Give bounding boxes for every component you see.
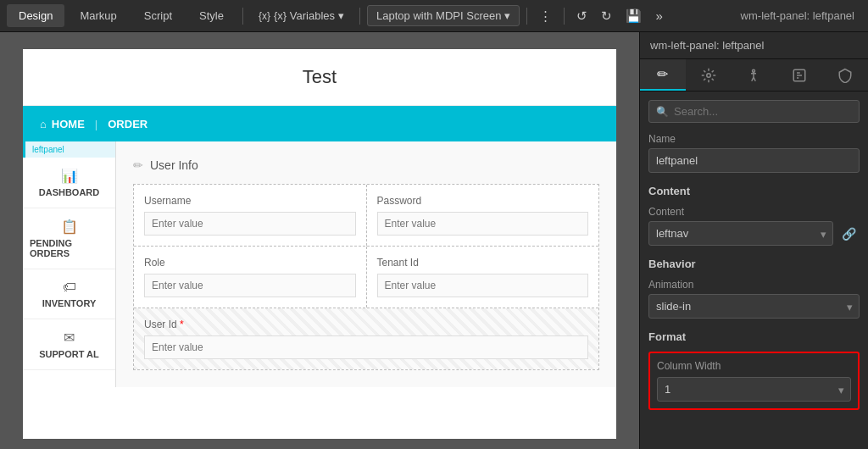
tab-style[interactable]: Style (187, 4, 236, 27)
password-input[interactable] (377, 212, 589, 236)
required-marker: * (177, 319, 184, 330)
search-input[interactable] (674, 105, 852, 118)
user-info-title: User Info (150, 158, 198, 172)
form-row-3: User Id * (134, 308, 598, 369)
inventory-label: INVENTORY (42, 298, 97, 308)
username-input[interactable] (144, 212, 356, 236)
animation-select-wrap: slide-in slide-out fade none (648, 294, 860, 319)
canvas-scroll[interactable]: Test ⌂ HOME | ORDER leftpanel (0, 32, 639, 449)
role-input[interactable] (144, 274, 356, 297)
sidebar-item-support[interactable]: ✉ SUPPORT AL (23, 319, 115, 370)
tab-security[interactable] (822, 59, 868, 91)
canvas-body: leftpanel 📊 DASHBOARD 📋 PENDING ORDERS 🏷… (23, 141, 616, 387)
canvas-page: Test ⌂ HOME | ORDER leftpanel (23, 49, 616, 439)
tab-accessibility[interactable] (732, 59, 777, 91)
animation-label: Animation (648, 279, 860, 291)
expand-button[interactable]: » (650, 5, 667, 26)
userid-label: User Id * (144, 319, 588, 330)
tab-events[interactable] (776, 59, 822, 91)
support-icon: ✉ (64, 330, 75, 346)
device-selector[interactable]: Laptop with MDPI Screen ▾ (367, 5, 520, 26)
search-icon: 🔍 (656, 106, 669, 118)
tab-design[interactable]: Design (7, 4, 64, 27)
animation-select[interactable]: slide-in slide-out fade none (648, 294, 860, 319)
more-options-button[interactable]: ⋮ (534, 5, 557, 27)
tab-style[interactable] (686, 59, 732, 91)
content-section-title: Content (648, 185, 860, 197)
home-icon: ⌂ (40, 118, 47, 130)
name-label: Name (648, 133, 860, 145)
canvas-sidebar: leftpanel 📊 DASHBOARD 📋 PENDING ORDERS 🏷… (23, 141, 116, 387)
password-label: Password (377, 195, 589, 207)
home-label: HOME (52, 118, 85, 130)
separator-4 (564, 8, 565, 25)
column-width-label: Column Width (657, 360, 851, 372)
dashboard-label: DASHBOARD (39, 187, 100, 197)
username-label: Username (144, 195, 356, 207)
nav-home[interactable]: ⌂ HOME (40, 118, 85, 130)
pencil-icon: ✏ (133, 158, 143, 172)
svg-point-0 (706, 73, 710, 77)
device-label: Laptop with MDPI Screen (376, 9, 501, 22)
tenant-input[interactable] (377, 274, 589, 297)
tenant-label: Tenant Id (377, 257, 589, 269)
tab-edit[interactable]: ✏ (640, 59, 686, 91)
form-cell-tenant: Tenant Id (367, 247, 599, 308)
tab-markup[interactable]: Markup (68, 4, 128, 27)
undo-button[interactable]: ↺ (571, 5, 593, 27)
search-box: 🔍 (648, 100, 860, 123)
right-panel-title: wm-left-panel: leftpanel (640, 32, 868, 59)
sidebar-item-dashboard[interactable]: 📊 DASHBOARD (23, 158, 115, 208)
tab-script[interactable]: Script (132, 4, 184, 27)
sidebar-item-inventory[interactable]: 🏷 INVENTORY (23, 269, 115, 319)
form-cell-role: Role (134, 247, 367, 308)
right-panel: wm-left-panel: leftpanel ✏ 🔍 (639, 32, 868, 449)
pending-orders-label: PENDING ORDERS (30, 238, 108, 258)
column-width-select[interactable]: 1 2 3 4 6 12 (657, 377, 851, 402)
content-label: Content (648, 206, 860, 218)
content-link-button[interactable]: 🔗 (838, 224, 860, 244)
column-width-select-wrap: 1 2 3 4 6 12 (657, 377, 851, 402)
pending-orders-icon: 📋 (61, 219, 78, 235)
canvas-navbar: ⌂ HOME | ORDER (23, 106, 616, 141)
form-row-2: Role Tenant Id (134, 247, 598, 308)
canvas-area: Test ⌂ HOME | ORDER leftpanel (0, 32, 639, 449)
page-title: Test (23, 49, 616, 106)
sidebar-item-pending-orders[interactable]: 📋 PENDING ORDERS (23, 208, 115, 269)
nav-separator: | (95, 118, 97, 130)
content-select-wrap: leftnav rightnav topnav (648, 221, 833, 246)
form-cell-password: Password (367, 185, 599, 246)
content-select[interactable]: leftnav rightnav topnav (648, 221, 833, 246)
form-grid: Username Password (133, 184, 599, 370)
form-cell-username: Username (134, 185, 367, 246)
right-panel-tabs: ✏ (640, 59, 868, 91)
canvas-content: ✏ User Info Username Pa (116, 141, 616, 387)
inventory-icon: 🏷 (63, 280, 76, 295)
device-chevron: ▾ (504, 9, 510, 22)
nav-order[interactable]: ORDER (108, 118, 147, 130)
variables-icon: {x} (259, 10, 270, 22)
top-toolbar: Design Markup Script Style {x} {x} Varia… (0, 0, 868, 32)
main-area: Test ⌂ HOME | ORDER leftpanel (0, 32, 868, 449)
form-cell-userid: User Id * (134, 308, 598, 369)
form-row-1: Username Password (134, 185, 598, 247)
behavior-section-title: Behavior (648, 258, 860, 270)
save-button[interactable]: 💾 (620, 5, 647, 27)
redo-button[interactable]: ↻ (596, 5, 617, 27)
panel-title: wm-left-panel: leftpanel (741, 9, 861, 22)
separator-2 (359, 8, 360, 25)
variables-button[interactable]: {x} {x} Variables ▾ (250, 6, 353, 25)
support-label: SUPPORT AL (39, 349, 99, 359)
variables-label: {x} Variables (274, 9, 335, 22)
separator-1 (242, 8, 243, 25)
userid-input[interactable] (144, 335, 588, 359)
dashboard-icon: 📊 (61, 168, 78, 184)
content-row: leftnav rightnav topnav 🔗 (648, 221, 860, 246)
format-section-title: Format (648, 330, 860, 343)
name-input[interactable] (648, 148, 860, 173)
user-info-header: ✏ User Info (133, 158, 599, 172)
column-width-section: Column Width 1 2 3 4 6 12 (648, 352, 860, 410)
variables-chevron: ▾ (338, 9, 344, 22)
sidebar-selected-label: leftpanel (23, 141, 115, 158)
svg-point-1 (753, 69, 755, 72)
